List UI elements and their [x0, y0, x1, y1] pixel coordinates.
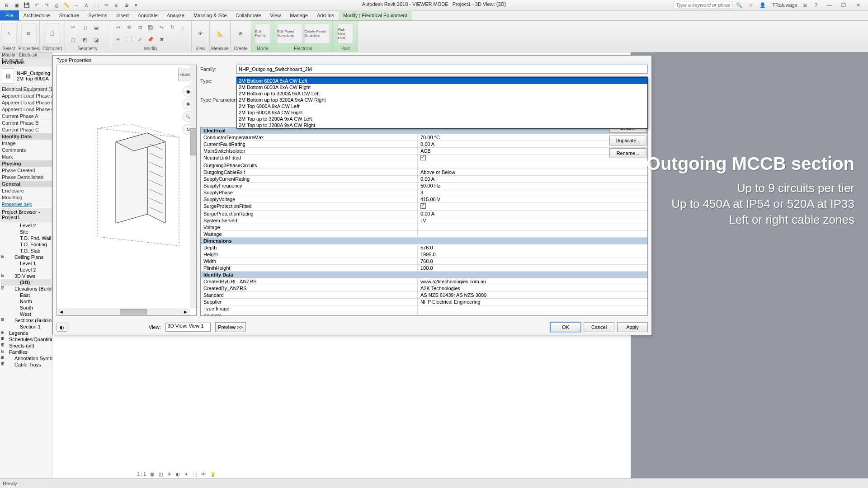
create-similar-button[interactable]: ⊕ — [236, 29, 246, 38]
prop-row[interactable]: Comments — [0, 147, 52, 154]
geom-b-button[interactable]: ◩ — [80, 35, 90, 44]
prop-row[interactable]: Apparent Load Phase C — [0, 106, 52, 113]
pick-new-host-button[interactable]: Pick New Host — [338, 23, 353, 43]
prop-row[interactable]: Apparent Load Phase B — [0, 99, 52, 106]
tree-item[interactable]: Sheets (all) — [1, 343, 51, 349]
category-filter[interactable]: Electrical Equipment (1) — [0, 86, 52, 93]
tree-item[interactable]: Sections (Building Se — [1, 317, 51, 324]
geom-a-button[interactable]: ▢ — [68, 35, 78, 44]
reveal-hidden-icon[interactable]: 💡 — [209, 472, 217, 477]
offset-button[interactable]: ⇉ — [135, 23, 145, 32]
param-row[interactable]: SupplyVoltage415.00 V — [201, 196, 647, 203]
prop-row[interactable]: Current Phase B — [0, 120, 52, 127]
tree-item[interactable]: North — [1, 298, 51, 305]
array-button[interactable]: ⋮⋮ — [124, 35, 134, 44]
prop-row[interactable]: Current Phase C — [0, 127, 52, 133]
param-row[interactable]: SupplierNHP Electrical Engineering — [201, 299, 647, 305]
prop-row[interactable]: Apparent Load Phase A — [0, 93, 52, 99]
mirror-button[interactable]: ⇋ — [156, 23, 166, 32]
param-row[interactable]: Width768.0 — [201, 258, 647, 265]
tree-item[interactable]: Families — [1, 349, 51, 355]
split-button[interactable]: ✂ — [113, 35, 123, 44]
signin-icon[interactable]: 👤 — [759, 1, 767, 9]
print-icon[interactable]: ⎙ — [52, 1, 61, 9]
param-row[interactable]: StandardAS NZS 61439; AS NZS 3000 — [201, 292, 647, 299]
param-row[interactable]: CreatedByURL_ANZRSwww.a2ktechnologies.co… — [201, 278, 647, 285]
preview-scrollbar-v[interactable] — [190, 65, 196, 308]
type-dropdown-list[interactable]: 2M Bottom 6000A 8xA CW Left2M Bottom 600… — [236, 77, 648, 129]
prop-row[interactable]: Phase Created — [0, 167, 52, 174]
param-row[interactable]: Outgoing3PhaseCircuits — [201, 162, 647, 169]
crop-icon[interactable]: ⬚ — [191, 472, 198, 477]
tree-item[interactable]: Annotation Symbols — [1, 355, 51, 361]
search-input[interactable] — [674, 1, 732, 9]
tree-item[interactable]: Schedules/Quantities — [1, 336, 51, 343]
tree-item[interactable]: Level 2 — [1, 267, 51, 273]
tab-architecture[interactable]: Architecture — [19, 10, 55, 20]
cancel-button[interactable]: Cancel — [584, 322, 614, 332]
switch-win-icon[interactable]: ▾ — [132, 1, 140, 9]
create-panel-schedule-button[interactable]: Create Panel Schedule — [304, 23, 330, 43]
edit-panel-schedules-button[interactable]: Edit Panel Schedules — [277, 23, 302, 43]
duplicate-button[interactable]: Duplicate... — [609, 136, 646, 145]
file-tab[interactable]: File — [0, 10, 19, 20]
cope-button[interactable]: ✂ — [68, 23, 78, 32]
param-row[interactable]: SurgeProtectionRating0.00 A — [201, 211, 647, 217]
tree-item[interactable]: Level 2 — [1, 222, 51, 229]
tree-item[interactable]: Site — [1, 229, 51, 235]
view-select[interactable]: 3D View: View 1 — [165, 323, 211, 332]
param-row[interactable]: SupplyFrequency50.00 Hz — [201, 183, 647, 189]
undo-icon[interactable]: ↶ — [33, 1, 41, 9]
family-select[interactable]: NHP_Outgoing_Switchboard_2M — [236, 65, 648, 74]
tab-structure[interactable]: Structure — [54, 10, 84, 20]
preview-button[interactable]: Preview >> — [215, 322, 246, 332]
tab-addins[interactable]: Add-Ins — [312, 10, 339, 20]
view-hide-button[interactable]: 👁 — [196, 29, 206, 38]
hide-isolate-icon[interactable]: 👁 — [200, 472, 207, 477]
tree-item[interactable]: Cable Trays — [1, 361, 51, 368]
tree-item[interactable]: T.O. Fnd. Wall — [1, 235, 51, 241]
type-option[interactable]: 2M Top 6000A 9xA CW Left — [237, 103, 647, 109]
cut-geom-button[interactable]: ◫ — [80, 23, 90, 32]
tab-view[interactable]: View — [266, 10, 286, 20]
type-option[interactable]: 2M Top up to 3200A 9xA CW Left — [237, 116, 647, 122]
param-row[interactable]: Depth576.0 — [201, 244, 647, 251]
param-row[interactable]: Type Image — [201, 305, 647, 312]
modify-tool-button[interactable]: ↖ — [1, 23, 17, 43]
search-icon[interactable]: 🔍 — [735, 1, 743, 9]
dim-icon[interactable]: ↔ — [72, 1, 80, 9]
measure-icon[interactable]: 📏 — [62, 1, 71, 9]
delete-button[interactable]: ✖ — [156, 35, 166, 44]
param-row[interactable]: SurgeProtectionFitted — [201, 203, 647, 211]
close-views-icon[interactable]: ⊞ — [122, 1, 130, 9]
paste-button[interactable]: 📋 — [45, 23, 60, 43]
param-row[interactable]: Wattage — [201, 231, 647, 238]
type-option[interactable]: 2M Bottom up to 3200A 9xA CW Left — [237, 90, 647, 97]
copy-button[interactable]: ⿻ — [146, 23, 156, 32]
open-icon[interactable]: ▣ — [13, 1, 21, 9]
prop-row[interactable]: Enclosure — [0, 188, 52, 194]
parameter-table[interactable]: ElectricalConductorTemperatureMax70.00 °… — [200, 127, 648, 316]
ok-button[interactable]: OK — [550, 322, 581, 332]
trim-button[interactable]: ⟀ — [178, 23, 188, 32]
properties-help-link[interactable]: Properties help — [0, 201, 52, 208]
user-name[interactable]: TRaluwage — [772, 2, 797, 8]
type-selector[interactable]: ▥ NHP_Outgoing 2M Top 6000A — [0, 66, 52, 86]
tab-annotate[interactable]: Annotate — [133, 10, 162, 20]
type-option[interactable]: 2M Top 6000A 9xA CW Right — [237, 109, 647, 116]
param-row[interactable]: Voltage — [201, 224, 647, 231]
preview-scrollbar-h[interactable]: ◄► — [57, 308, 190, 315]
tab-massing[interactable]: Massing & Site — [189, 10, 231, 20]
restore-button[interactable]: ❐ — [837, 1, 850, 9]
tree-item[interactable]: Elevations (Building — [1, 286, 51, 292]
save-icon[interactable]: 💾 — [23, 1, 31, 9]
param-row[interactable]: CreatedBy_ANZRSA2K Technologies — [201, 285, 647, 292]
tree-item[interactable]: Level 1 — [1, 260, 51, 267]
type-option[interactable]: 2M Bottom 6000A 8xA CW Right — [237, 84, 647, 90]
tab-systems[interactable]: Systems — [84, 10, 112, 20]
move-button[interactable]: ✥ — [124, 23, 134, 32]
param-row[interactable]: NeutralLinkFitted — [201, 155, 647, 162]
tab-manage[interactable]: Manage — [285, 10, 312, 20]
type-option[interactable]: 2M Bottom 6000A 8xA CW Left — [237, 78, 647, 84]
rotate-button[interactable]: ↻ — [167, 23, 177, 32]
